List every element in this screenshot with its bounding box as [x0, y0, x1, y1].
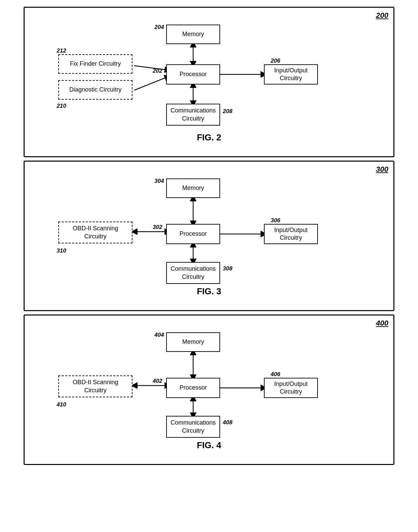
fig4-ref410: 410 — [57, 401, 66, 408]
fig3-comms-box: Communications Circuitry — [166, 262, 220, 284]
figure-4-container: 400 Memory 404 P — [24, 314, 394, 465]
fig2-comms-box: Communications Circuitry — [166, 104, 220, 126]
fig3-ref302: 302 — [153, 224, 162, 231]
fig2-ref208: 208 — [223, 108, 232, 115]
fig3-ref304: 304 — [154, 178, 164, 185]
fig2-ref204: 204 — [154, 24, 164, 31]
fig2-diagnostic-box: Diagnostic Circuitry — [58, 80, 132, 100]
figure-2-container: 200 Memory — [24, 7, 394, 157]
fig3-ref306: 306 — [271, 217, 280, 224]
fig4-memory-box: Memory — [166, 332, 220, 352]
fig2-processor-box: Processor — [166, 64, 220, 85]
fig4-label: FIG. 4 — [38, 440, 380, 451]
figure-3-container: 300 Memory 304 P — [24, 161, 394, 311]
svg-line-4 — [134, 77, 168, 90]
fig2-ref202: 202 — [153, 68, 162, 74]
svg-line-3 — [134, 66, 168, 70]
fig2-diagram: Memory 204 Processor 202 Input/Output Ci… — [38, 18, 380, 132]
fig4-ref406: 406 — [271, 371, 280, 378]
fig2-label: FIG. 2 — [38, 132, 380, 143]
fig3-obd-box: OBD-II Scanning Circuitry — [58, 222, 132, 243]
fig4-io-box: Input/Output Circuitry — [264, 378, 318, 398]
fig4-obd-box: OBD-II Scanning Circuitry — [58, 375, 132, 397]
fig3-io-box: Input/Output Circuitry — [264, 224, 318, 244]
fig3-memory-box: Memory — [166, 178, 220, 198]
fig4-ref404: 404 — [154, 332, 164, 338]
fig2-ref210: 210 — [57, 103, 66, 109]
fig2-io-box: Input/Output Circuitry — [264, 64, 318, 85]
fig4-comms-box: Communications Circuitry — [166, 416, 220, 438]
fig3-diagram: Memory 304 Processor 302 Input/Output Ci… — [38, 172, 380, 286]
fig3-ref310: 310 — [57, 247, 66, 254]
fig2-memory-box: Memory — [166, 25, 220, 44]
fig2-ref212: 212 — [57, 47, 66, 54]
fig3-label: FIG. 3 — [38, 286, 380, 297]
fig4-processor-box: Processor — [166, 378, 220, 398]
fig2-ref206: 206 — [271, 58, 280, 64]
fig4-diagram: Memory 404 Processor 402 Input/Output Ci… — [38, 326, 380, 440]
fig4-ref408: 408 — [223, 419, 232, 426]
fig2-fix-finder-box: Fix Finder Circuitry — [58, 54, 132, 74]
fig3-processor-box: Processor — [166, 224, 220, 244]
fig3-ref308: 308 — [223, 265, 232, 272]
fig4-ref402: 402 — [153, 378, 162, 385]
